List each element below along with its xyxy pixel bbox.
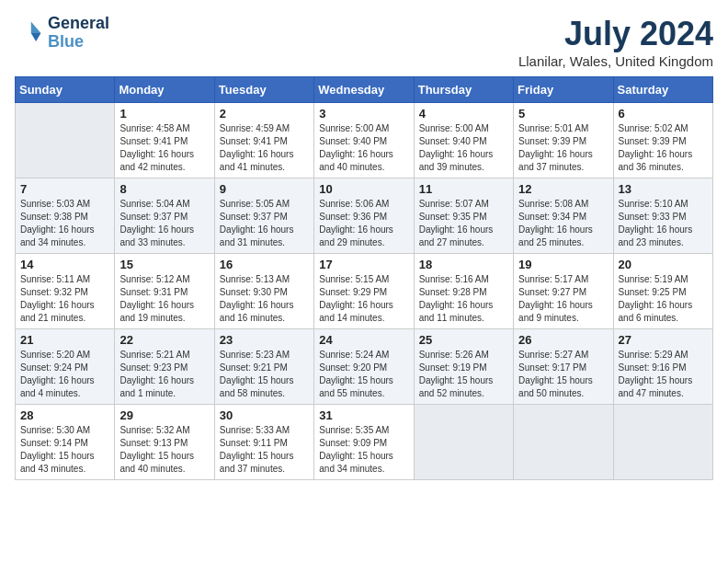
day-info: Sunrise: 5:17 AM Sunset: 9:27 PM Dayligh… — [518, 273, 608, 325]
day-number: 2 — [220, 107, 309, 121]
weekday-header-tuesday: Tuesday — [214, 77, 313, 103]
day-number: 27 — [619, 333, 708, 347]
calendar-cell: 6Sunrise: 5:02 AM Sunset: 9:39 PM Daylig… — [613, 103, 712, 178]
calendar-cell: 11Sunrise: 5:07 AM Sunset: 9:35 PM Dayli… — [414, 178, 513, 254]
weekday-header-wednesday: Wednesday — [314, 77, 414, 103]
calendar-cell: 2Sunrise: 4:59 AM Sunset: 9:41 PM Daylig… — [214, 103, 313, 178]
day-info: Sunrise: 5:24 AM Sunset: 9:20 PM Dayligh… — [319, 349, 408, 400]
day-number: 15 — [119, 258, 209, 271]
svg-marker-1 — [31, 33, 41, 41]
day-info: Sunrise: 5:32 AM Sunset: 9:13 PM Dayligh… — [119, 424, 209, 476]
calendar-cell: 29Sunrise: 5:32 AM Sunset: 9:13 PM Dayli… — [115, 405, 214, 480]
calendar-week-row: 28Sunrise: 5:30 AM Sunset: 9:14 PM Dayli… — [16, 405, 713, 480]
calendar-cell: 25Sunrise: 5:26 AM Sunset: 9:19 PM Dayli… — [414, 329, 513, 405]
day-info: Sunrise: 5:01 AM Sunset: 9:39 PM Dayligh… — [518, 122, 608, 174]
calendar-week-row: 21Sunrise: 5:20 AM Sunset: 9:24 PM Dayli… — [16, 329, 713, 405]
day-info: Sunrise: 5:23 AM Sunset: 9:21 PM Dayligh… — [220, 349, 309, 400]
calendar-cell: 23Sunrise: 5:23 AM Sunset: 9:21 PM Dayli… — [214, 329, 313, 405]
calendar-cell: 30Sunrise: 5:33 AM Sunset: 9:11 PM Dayli… — [214, 405, 313, 480]
day-info: Sunrise: 5:10 AM Sunset: 9:33 PM Dayligh… — [619, 198, 708, 249]
day-info: Sunrise: 5:13 AM Sunset: 9:30 PM Dayligh… — [220, 273, 309, 325]
day-number: 26 — [518, 333, 608, 347]
calendar-week-row: 7Sunrise: 5:03 AM Sunset: 9:38 PM Daylig… — [16, 178, 713, 254]
calendar-cell: 1Sunrise: 4:58 AM Sunset: 9:41 PM Daylig… — [115, 103, 214, 178]
day-number: 20 — [619, 258, 708, 271]
day-info: Sunrise: 5:27 AM Sunset: 9:17 PM Dayligh… — [518, 349, 608, 400]
day-info: Sunrise: 5:30 AM Sunset: 9:14 PM Dayligh… — [20, 424, 109, 476]
weekday-header-saturday: Saturday — [613, 77, 712, 103]
day-number: 12 — [518, 182, 608, 196]
day-number: 31 — [319, 408, 408, 422]
day-number: 30 — [220, 408, 309, 422]
day-number: 13 — [619, 182, 708, 196]
calendar-cell: 13Sunrise: 5:10 AM Sunset: 9:33 PM Dayli… — [613, 178, 712, 254]
logo-line2: Blue — [48, 33, 109, 52]
day-info: Sunrise: 5:06 AM Sunset: 9:36 PM Dayligh… — [319, 198, 408, 249]
calendar-cell: 21Sunrise: 5:20 AM Sunset: 9:24 PM Dayli… — [16, 329, 115, 405]
page-header: General Blue July 2024 Llanilar, Wales, … — [15, 15, 713, 69]
calendar-cell: 12Sunrise: 5:08 AM Sunset: 9:34 PM Dayli… — [514, 178, 613, 254]
weekday-header-sunday: Sunday — [16, 77, 115, 103]
day-number: 17 — [319, 258, 408, 271]
day-info: Sunrise: 5:00 AM Sunset: 9:40 PM Dayligh… — [419, 122, 508, 174]
calendar-cell: 20Sunrise: 5:19 AM Sunset: 9:25 PM Dayli… — [613, 254, 712, 329]
day-number: 28 — [20, 408, 109, 422]
day-info: Sunrise: 5:00 AM Sunset: 9:40 PM Dayligh… — [319, 122, 408, 174]
day-number: 8 — [119, 182, 209, 196]
day-number: 18 — [419, 258, 508, 271]
title-block: July 2024 Llanilar, Wales, United Kingdo… — [518, 15, 713, 69]
day-number: 29 — [119, 408, 209, 422]
day-number: 11 — [419, 182, 508, 196]
day-info: Sunrise: 5:04 AM Sunset: 9:37 PM Dayligh… — [119, 198, 209, 249]
calendar-cell: 22Sunrise: 5:21 AM Sunset: 9:23 PM Dayli… — [115, 329, 214, 405]
day-number: 10 — [319, 182, 408, 196]
logo-text: General Blue — [48, 15, 109, 52]
day-number: 3 — [319, 107, 408, 121]
day-number: 25 — [419, 333, 508, 347]
logo: General Blue — [15, 15, 109, 52]
weekday-header-monday: Monday — [115, 77, 214, 103]
calendar-cell: 7Sunrise: 5:03 AM Sunset: 9:38 PM Daylig… — [16, 178, 115, 254]
calendar-cell: 17Sunrise: 5:15 AM Sunset: 9:29 PM Dayli… — [314, 254, 414, 329]
calendar-cell: 27Sunrise: 5:29 AM Sunset: 9:16 PM Dayli… — [613, 329, 712, 405]
weekday-header-friday: Friday — [514, 77, 613, 103]
day-info: Sunrise: 5:33 AM Sunset: 9:11 PM Dayligh… — [220, 424, 309, 476]
calendar-cell: 3Sunrise: 5:00 AM Sunset: 9:40 PM Daylig… — [314, 103, 414, 178]
month-title: July 2024 — [518, 15, 713, 53]
calendar-cell: 8Sunrise: 5:04 AM Sunset: 9:37 PM Daylig… — [115, 178, 214, 254]
day-info: Sunrise: 5:05 AM Sunset: 9:37 PM Dayligh… — [220, 198, 309, 249]
day-number: 23 — [220, 333, 309, 347]
day-info: Sunrise: 5:21 AM Sunset: 9:23 PM Dayligh… — [119, 349, 209, 400]
day-number: 1 — [119, 107, 209, 121]
day-number: 9 — [220, 182, 309, 196]
calendar-cell: 26Sunrise: 5:27 AM Sunset: 9:17 PM Dayli… — [514, 329, 613, 405]
day-number: 22 — [119, 333, 209, 347]
calendar-cell — [613, 405, 712, 480]
day-info: Sunrise: 5:07 AM Sunset: 9:35 PM Dayligh… — [419, 198, 508, 249]
calendar-week-row: 1Sunrise: 4:58 AM Sunset: 9:41 PM Daylig… — [16, 103, 713, 178]
day-number: 4 — [419, 107, 508, 121]
calendar-cell — [16, 103, 115, 178]
logo-icon — [15, 18, 44, 48]
day-info: Sunrise: 4:59 AM Sunset: 9:41 PM Dayligh… — [220, 122, 309, 174]
day-info: Sunrise: 5:20 AM Sunset: 9:24 PM Dayligh… — [20, 349, 109, 400]
calendar-cell: 28Sunrise: 5:30 AM Sunset: 9:14 PM Dayli… — [16, 405, 115, 480]
day-number: 6 — [619, 107, 708, 121]
calendar-cell — [414, 405, 513, 480]
calendar-cell: 5Sunrise: 5:01 AM Sunset: 9:39 PM Daylig… — [514, 103, 613, 178]
day-number: 5 — [518, 107, 608, 121]
day-info: Sunrise: 5:15 AM Sunset: 9:29 PM Dayligh… — [319, 273, 408, 325]
calendar-cell: 31Sunrise: 5:35 AM Sunset: 9:09 PM Dayli… — [314, 405, 414, 480]
day-info: Sunrise: 5:12 AM Sunset: 9:31 PM Dayligh… — [119, 273, 209, 325]
day-info: Sunrise: 5:08 AM Sunset: 9:34 PM Dayligh… — [518, 198, 608, 249]
day-info: Sunrise: 5:03 AM Sunset: 9:38 PM Dayligh… — [20, 198, 109, 249]
day-info: Sunrise: 4:58 AM Sunset: 9:41 PM Dayligh… — [119, 122, 209, 174]
calendar-cell — [514, 405, 613, 480]
day-info: Sunrise: 5:16 AM Sunset: 9:28 PM Dayligh… — [419, 273, 508, 325]
day-number: 19 — [518, 258, 608, 271]
day-number: 24 — [319, 333, 408, 347]
calendar-cell: 10Sunrise: 5:06 AM Sunset: 9:36 PM Dayli… — [314, 178, 414, 254]
calendar-cell: 14Sunrise: 5:11 AM Sunset: 9:32 PM Dayli… — [16, 254, 115, 329]
calendar-cell: 16Sunrise: 5:13 AM Sunset: 9:30 PM Dayli… — [214, 254, 313, 329]
weekday-header-row: SundayMondayTuesdayWednesdayThursdayFrid… — [16, 77, 713, 103]
